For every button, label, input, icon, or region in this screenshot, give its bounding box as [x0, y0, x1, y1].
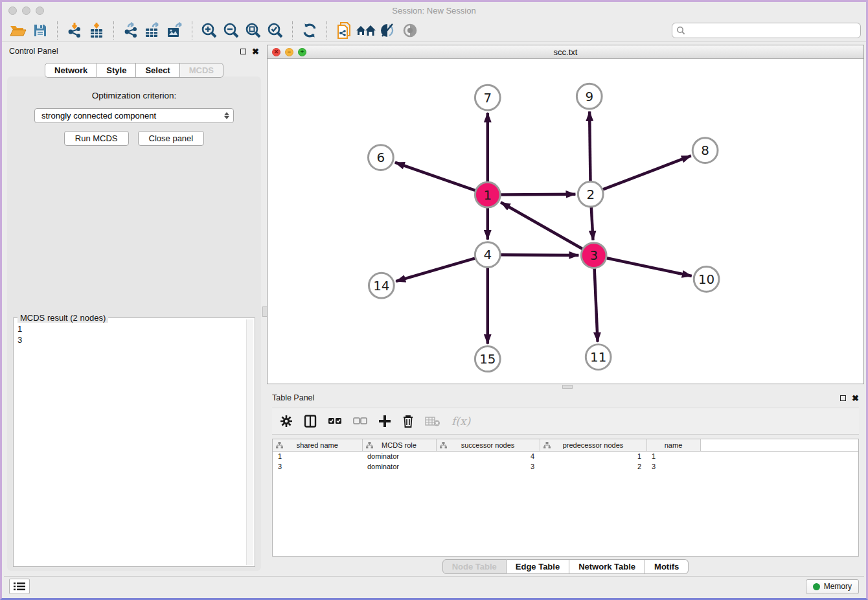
deselect-all-button[interactable]	[353, 417, 367, 426]
graph-edge[interactable]	[607, 258, 692, 276]
table-panel: Table Panel ✖ f(x)	[267, 389, 864, 576]
graph-edge[interactable]	[501, 255, 578, 255]
import-table-button[interactable]	[86, 21, 108, 40]
refresh-button[interactable]	[299, 21, 321, 40]
hierarchy-icon	[440, 442, 447, 449]
graph-node[interactable]: 4	[475, 242, 500, 268]
tab-motifs[interactable]: Motifs	[645, 559, 689, 574]
graph-node[interactable]: 11	[586, 345, 611, 370]
node-table: shared name MCDS role successor nodes pr…	[272, 439, 859, 557]
close-panel-icon[interactable]: ✖	[852, 394, 859, 402]
column-header-predecessor-nodes[interactable]: predecessor nodes	[540, 439, 646, 451]
tab-edge-table[interactable]: Edge Table	[507, 559, 569, 574]
run-mcds-button[interactable]: Run MCDS	[64, 131, 129, 146]
export-image-button[interactable]	[164, 21, 186, 40]
table-settings-button[interactable]	[280, 415, 293, 428]
window-title: Session: New Session	[2, 6, 866, 16]
graph-node-label: 14	[373, 279, 389, 294]
table-cell: dominator	[362, 451, 436, 461]
tab-mcds[interactable]: MCDS	[180, 63, 223, 78]
zoom-fit-button[interactable]	[242, 21, 264, 40]
home-button[interactable]	[355, 21, 377, 40]
graph-edge[interactable]	[396, 259, 475, 281]
float-panel-icon[interactable]	[840, 395, 846, 401]
delete-row-button[interactable]	[402, 415, 414, 428]
zoom-selected-button[interactable]	[264, 21, 286, 40]
graph-node[interactable]: 1	[475, 183, 500, 208]
memory-label: Memory	[824, 582, 852, 591]
zoom-in-button[interactable]	[198, 21, 220, 40]
toolbar-separator	[57, 21, 58, 40]
tab-network-table[interactable]: Network Table	[569, 559, 645, 574]
graph-node[interactable]: 7	[475, 85, 500, 110]
mcds-panel: Optimization criterion: strongly connect…	[7, 76, 261, 571]
network-canvas[interactable]: 7968124314101511	[268, 59, 863, 384]
tab-network[interactable]: Network	[45, 63, 97, 78]
criterion-select[interactable]: strongly connected component	[34, 108, 234, 123]
graph-node[interactable]: 8	[692, 138, 718, 163]
zoom-out-button[interactable]	[220, 21, 242, 40]
export-table-button[interactable]	[142, 21, 164, 40]
close-panel-icon[interactable]: ✖	[252, 47, 259, 56]
splitter-grabber[interactable]	[562, 385, 573, 389]
graph-edge[interactable]	[591, 207, 593, 240]
table-cell: 1	[273, 451, 362, 461]
graphics-details-icon	[380, 22, 396, 39]
column-header-successor-nodes[interactable]: successor nodes	[436, 439, 540, 451]
result-scrollbar[interactable]	[246, 319, 253, 565]
float-panel-icon[interactable]	[240, 49, 246, 54]
save-session-button[interactable]	[29, 21, 51, 40]
tab-select[interactable]: Select	[136, 63, 179, 78]
graph-edge[interactable]	[501, 202, 582, 249]
delete-table-button[interactable]	[425, 416, 440, 426]
horizontal-splitter[interactable]	[267, 384, 864, 389]
tab-node-table[interactable]: Node Table	[442, 559, 507, 574]
tab-style[interactable]: Style	[97, 63, 136, 78]
graph-node[interactable]: 6	[368, 145, 393, 170]
table-cell: 2	[540, 461, 646, 472]
export-network-button[interactable]	[120, 21, 142, 40]
import-network-button[interactable]	[63, 21, 86, 40]
column-header-shared-name[interactable]: shared name	[273, 439, 362, 451]
function-builder-button[interactable]: f(x)	[451, 415, 470, 428]
close-panel-button[interactable]: Close panel	[138, 131, 205, 146]
column-header-mcds-role[interactable]: MCDS role	[362, 439, 436, 451]
mcds-result-text[interactable]: 1 3	[17, 323, 246, 565]
graph-node[interactable]: 15	[475, 347, 500, 372]
graph-edge[interactable]	[589, 111, 590, 181]
birds-eye-button[interactable]	[399, 21, 421, 40]
share-document-button[interactable]	[333, 21, 355, 40]
graph-edge[interactable]	[395, 163, 475, 190]
memory-button[interactable]: Memory	[806, 579, 859, 594]
table-row[interactable]: 1dominator411	[273, 451, 858, 461]
search-input[interactable]	[672, 23, 861, 38]
table-row[interactable]: 3dominator323	[273, 461, 858, 472]
fx-icon: f(x)	[451, 415, 470, 428]
zoom-selected-icon	[267, 22, 284, 39]
column-header-name[interactable]: name	[646, 439, 700, 451]
graph-edge[interactable]	[595, 269, 598, 342]
graph-edge[interactable]	[603, 156, 691, 190]
graphics-details-button[interactable]	[377, 21, 399, 40]
graph-edge[interactable]	[501, 194, 575, 195]
column-view-button[interactable]	[304, 415, 317, 428]
add-row-button[interactable]	[378, 415, 391, 428]
graph-node[interactable]: 2	[578, 182, 603, 207]
graph-node[interactable]: 10	[694, 267, 719, 292]
share-document-icon	[336, 21, 352, 40]
select-all-button[interactable]	[328, 417, 342, 426]
open-session-button[interactable]	[7, 21, 29, 40]
control-panel-title: Control Panel	[9, 47, 58, 56]
graph-node[interactable]: 3	[581, 243, 606, 268]
main-toolbar	[2, 19, 866, 42]
graph-node-label: 10	[698, 272, 714, 287]
control-panel: Control Panel ✖ Network Style Select MCD…	[4, 43, 264, 576]
zoom-out-icon	[223, 22, 240, 39]
home-icon	[355, 23, 377, 38]
table-cell: 3	[273, 461, 362, 472]
graph-node-label: 15	[479, 352, 496, 367]
task-history-button[interactable]	[9, 579, 30, 594]
toolbar-separator	[113, 21, 114, 40]
graph-node[interactable]: 14	[369, 273, 394, 299]
graph-node[interactable]: 9	[577, 84, 602, 110]
